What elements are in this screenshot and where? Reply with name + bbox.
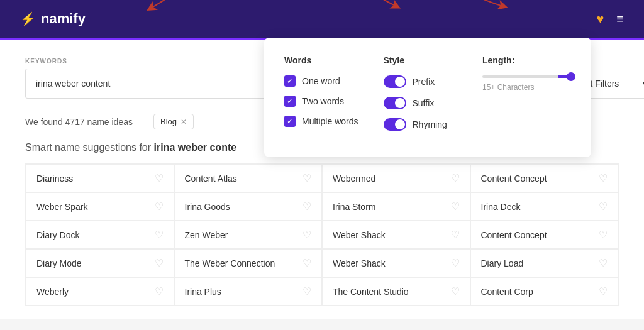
favorite-name-icon[interactable]: ♡	[599, 201, 608, 212]
name-text: The Content Studio	[333, 287, 409, 297]
style-title: Style	[384, 55, 458, 65]
name-text: Weber Shack	[333, 230, 386, 240]
style-column: Style Prefix Suffix Rhyming	[384, 55, 458, 140]
table-row: Diary Mode ♡	[26, 249, 174, 277]
table-row: Content Concept ♡	[470, 164, 619, 192]
words-column: Words ✓ One word ✓ Two words ✓ Multiple …	[284, 55, 358, 140]
length-slider-container: 15+ Characters	[482, 75, 571, 92]
favorite-name-icon[interactable]: ♡	[155, 257, 164, 269]
favorite-name-icon[interactable]: ♡	[599, 172, 608, 184]
logo-icon: ⚡	[20, 11, 36, 26]
suggestions-query: irina weber conte	[154, 142, 237, 153]
favorite-name-icon[interactable]: ♡	[599, 285, 608, 297]
results-count: We found 4717 name ideas	[25, 117, 133, 127]
prefix-toggle[interactable]	[384, 75, 406, 88]
favorite-icon[interactable]: ♥	[596, 12, 604, 26]
header: ⚡ namify ♥ ≡	[0, 0, 644, 38]
results-divider	[143, 116, 143, 128]
favorite-name-icon[interactable]: ♡	[451, 229, 460, 241]
header-right: ♥ ≡	[596, 12, 624, 26]
suffix-item: Suffix	[384, 97, 458, 109]
one-word-label: One word	[302, 76, 340, 86]
blog-tag-label: Blog	[160, 117, 177, 126]
length-title: Length:	[482, 55, 571, 65]
multiple-words-checkbox[interactable]: ✓	[284, 116, 296, 127]
favorite-name-icon[interactable]: ♡	[155, 172, 164, 184]
name-text: Content Concept	[481, 173, 547, 184]
menu-icon[interactable]: ≡	[616, 12, 624, 26]
rhyming-label: Rhyming	[413, 119, 447, 129]
favorite-name-icon[interactable]: ♡	[451, 257, 460, 269]
favorite-name-icon[interactable]: ♡	[303, 229, 311, 241]
name-text: Weberly	[36, 287, 69, 297]
favorite-name-icon[interactable]: ♡	[451, 285, 460, 297]
table-row: Weber Spark ♡	[26, 192, 174, 221]
favorite-name-icon[interactable]: ♡	[451, 172, 460, 184]
favorite-name-icon[interactable]: ♡	[303, 285, 311, 297]
multiple-words-item: ✓ Multiple words	[284, 116, 358, 127]
rhyming-item: Rhyming	[384, 118, 458, 131]
favorite-name-icon[interactable]: ♡	[303, 257, 311, 269]
name-text: Webermed	[333, 173, 375, 184]
table-row: The Content Studio ♡	[322, 277, 470, 305]
table-row: Content Corp ♡	[470, 277, 619, 305]
favorite-name-icon[interactable]: ♡	[599, 229, 608, 241]
favorite-name-icon[interactable]: ♡	[303, 172, 311, 184]
filter-dropdown-panel: Words ✓ One word ✓ Two words ✓ Multiple …	[264, 38, 591, 157]
name-text: Irina Goods	[185, 202, 230, 212]
names-grid: Diariness ♡ Content Atlas ♡ Webermed ♡ C…	[25, 163, 619, 306]
table-row: Irina Goods ♡	[174, 192, 323, 221]
table-row: Diary Dock ♡	[26, 221, 174, 249]
table-row: Webermed ♡	[322, 164, 470, 192]
name-text: Content Corp	[481, 287, 533, 297]
suffix-label: Suffix	[413, 98, 435, 108]
table-row: Content Atlas ♡	[174, 164, 323, 192]
favorite-name-icon[interactable]: ♡	[303, 201, 311, 212]
words-title: Words	[284, 55, 358, 65]
rhyming-toggle[interactable]	[384, 118, 406, 131]
logo-text: namify	[41, 11, 86, 27]
logo[interactable]: ⚡ namify	[20, 11, 86, 27]
table-row: Weber Shack ♡	[322, 249, 470, 277]
favorite-name-icon[interactable]: ♡	[155, 285, 164, 297]
name-text: Diary Load	[481, 258, 524, 268]
one-word-checkbox[interactable]: ✓	[284, 75, 296, 87]
two-words-checkbox[interactable]: ✓	[284, 96, 296, 107]
blog-tag[interactable]: Blog ✕	[153, 114, 194, 129]
table-row: Weberly ♡	[26, 277, 174, 305]
favorite-name-icon[interactable]: ♡	[155, 201, 164, 212]
table-row: Irina Storm ♡	[322, 192, 470, 221]
table-row: Weber Shack ♡	[322, 221, 470, 249]
main-content: KEYWORDS GENERATE NAMES CATEGORY Blog ▾ …	[0, 40, 644, 319]
name-text: Weber Shack	[333, 258, 386, 268]
length-value-label: 15+ Characters	[482, 83, 571, 92]
name-text: Irina Plus	[185, 287, 221, 297]
multiple-words-label: Multiple words	[302, 116, 358, 126]
favorite-name-icon[interactable]: ♡	[599, 257, 608, 269]
two-words-label: Two words	[302, 96, 344, 106]
table-row: Irina Plus ♡	[174, 277, 323, 305]
suffix-toggle[interactable]	[384, 97, 406, 109]
length-slider-thumb[interactable]	[567, 72, 575, 81]
length-column: Length: 15+ Characters	[482, 55, 571, 140]
name-text: Diary Mode	[36, 258, 82, 268]
name-text: Content Atlas	[185, 173, 237, 184]
prefix-label: Prefix	[413, 77, 435, 87]
one-word-item: ✓ One word	[284, 75, 358, 87]
length-slider-track[interactable]	[482, 75, 571, 78]
name-text: Irina Storm	[333, 202, 375, 212]
table-row: Diary Load ♡	[470, 249, 619, 277]
favorite-name-icon[interactable]: ♡	[451, 201, 460, 212]
name-text: Weber Spark	[36, 202, 87, 212]
name-text: Diariness	[36, 173, 73, 184]
blog-tag-remove-icon[interactable]: ✕	[180, 118, 187, 126]
table-row: Irina Deck ♡	[470, 192, 619, 221]
table-row: Diariness ♡	[26, 164, 174, 192]
name-text: Zen Weber	[185, 230, 228, 240]
name-text: The Weber Connection	[185, 258, 275, 268]
favorite-name-icon[interactable]: ♡	[155, 229, 164, 241]
two-words-item: ✓ Two words	[284, 96, 358, 107]
name-text: Diary Dock	[36, 230, 79, 240]
table-row: Content Concept ♡	[470, 221, 619, 249]
table-row: The Weber Connection ♡	[174, 249, 323, 277]
